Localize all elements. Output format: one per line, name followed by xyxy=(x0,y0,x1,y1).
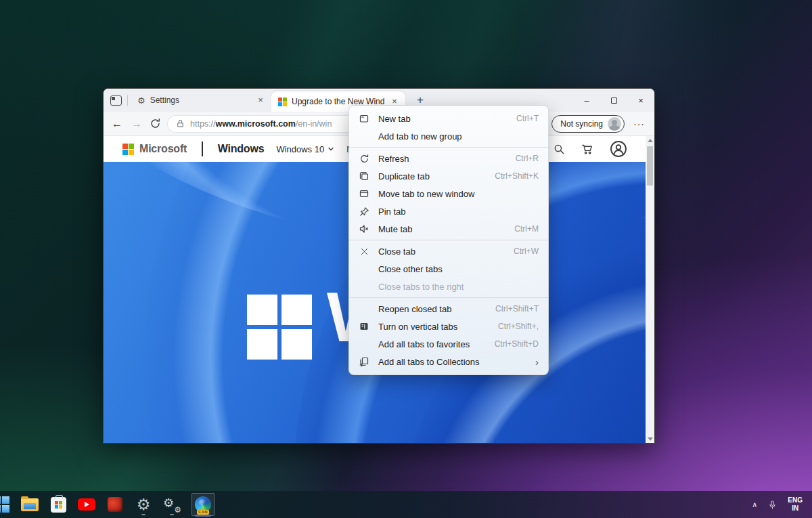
refresh-button[interactable] xyxy=(150,118,161,129)
pin-icon xyxy=(359,206,369,217)
active-app-highlight: CAN xyxy=(191,493,215,516)
microsoft-favicon xyxy=(278,98,287,106)
brand-name: Microsoft xyxy=(139,143,187,155)
taskbar: ⚙ ⚙⚙ CAN ∧ ENG xyxy=(0,491,812,518)
cart-icon[interactable] xyxy=(581,144,593,155)
menu-item-add-tabs-favorites[interactable]: Add all tabs to favoritesCtrl+Shift+D xyxy=(349,335,548,353)
profile-avatar xyxy=(608,117,621,131)
office-button[interactable] xyxy=(106,494,125,515)
header-divider xyxy=(202,142,203,156)
tab-actions-menu-icon[interactable] xyxy=(110,95,122,106)
window-controls: – × xyxy=(573,89,654,112)
back-button[interactable]: ← xyxy=(110,118,124,130)
maximize-button[interactable] xyxy=(600,89,627,112)
system-tray: ∧ ENG IN xyxy=(752,496,812,513)
tab-context-menu: New tabCtrl+T Add tab to new group Refre… xyxy=(348,105,549,375)
microsoft-logo-icon xyxy=(122,144,134,155)
menu-item-add-tab-to-group[interactable]: Add tab to new group xyxy=(349,127,548,145)
menu-separator xyxy=(349,240,548,240)
taskbar-icons: ⚙ ⚙⚙ CAN xyxy=(0,494,215,515)
scroll-down-icon[interactable] xyxy=(648,437,653,441)
forward-button: → xyxy=(130,118,143,130)
tab-settings[interactable]: ⚙ Settings × xyxy=(131,91,271,109)
settings-gear-icon: ⚙ xyxy=(137,497,151,513)
menu-item-close-tabs-right: Close tabs to the right xyxy=(349,278,548,295)
canary-badge: CAN xyxy=(197,510,209,515)
menu-item-add-tabs-collections[interactable]: Add all tabs to Collections › xyxy=(349,353,548,370)
sync-status-button[interactable]: Not syncing xyxy=(551,115,625,133)
settings-gear-icon: ⚙ xyxy=(137,96,145,105)
folder-icon xyxy=(21,498,39,511)
url-text: https://www.microsoft.com/en-in/win xyxy=(190,119,332,129)
new-tab-icon xyxy=(359,113,369,124)
menu-item-move-tab-new-window[interactable]: Move tab to new window xyxy=(349,185,548,202)
nav-windows[interactable]: Windows xyxy=(218,143,265,155)
running-indicator xyxy=(141,514,145,515)
menu-item-vertical-tabs[interactable]: Turn on vertical tabsCtrl+Shift+, xyxy=(349,318,548,335)
menu-item-close-tab[interactable]: Close tabCtrl+W xyxy=(349,242,548,260)
desktop-wallpaper: ⚙ Settings × Upgrade to the New Windows … xyxy=(0,0,812,518)
tab-settings-close-icon[interactable]: × xyxy=(255,95,266,106)
close-window-button[interactable]: × xyxy=(627,89,654,112)
services-button[interactable]: ⚙⚙ xyxy=(162,494,181,515)
settings-button[interactable]: ⚙ xyxy=(134,494,153,515)
double-gear-icon: ⚙⚙ xyxy=(163,496,181,513)
menu-item-pin-tab[interactable]: Pin tab xyxy=(349,202,548,220)
menu-item-duplicate-tab[interactable]: Duplicate tabCtrl+Shift+K xyxy=(349,167,548,185)
store-bag-icon xyxy=(51,497,66,513)
account-icon[interactable] xyxy=(610,140,627,158)
menu-separator xyxy=(349,147,548,148)
microsoft-store-button[interactable] xyxy=(49,494,68,515)
start-button[interactable] xyxy=(0,494,11,515)
settings-more-button[interactable]: ··· xyxy=(631,118,648,129)
windows-logo xyxy=(247,295,312,360)
submenu-arrow-icon: › xyxy=(535,356,539,368)
sync-status-label: Not syncing xyxy=(560,119,603,129)
youtube-icon xyxy=(78,498,95,511)
page-scrollbar[interactable] xyxy=(646,136,654,444)
duplicate-tab-icon xyxy=(359,171,369,181)
active-app-underline xyxy=(195,515,211,517)
office-icon xyxy=(108,497,122,512)
language-indicator[interactable]: ENG IN xyxy=(788,496,803,513)
menu-item-new-tab[interactable]: New tabCtrl+T xyxy=(349,110,548,127)
close-icon xyxy=(359,246,369,257)
lock-icon xyxy=(175,118,185,129)
refresh-icon xyxy=(359,153,369,164)
edge-canary-button[interactable]: CAN xyxy=(191,494,215,515)
minimize-button[interactable]: – xyxy=(573,89,600,112)
nav-windows-10[interactable]: Windows 10 xyxy=(276,144,334,154)
scrollbar-thumb[interactable] xyxy=(647,146,653,186)
show-hidden-icons-button[interactable]: ∧ xyxy=(752,500,757,509)
move-window-icon xyxy=(359,188,369,199)
running-indicator xyxy=(170,514,174,515)
start-icon xyxy=(0,496,9,513)
tab-settings-label: Settings xyxy=(150,95,250,105)
search-icon[interactable] xyxy=(554,144,565,155)
mute-icon xyxy=(359,223,369,234)
tabstrip-divider xyxy=(127,95,128,106)
menu-separator xyxy=(349,297,548,298)
menu-item-refresh[interactable]: RefreshCtrl+R xyxy=(349,150,548,167)
chevron-down-icon xyxy=(328,146,334,152)
youtube-button[interactable] xyxy=(77,494,96,515)
microsoft-brand[interactable]: Microsoft xyxy=(122,143,187,155)
menu-item-close-other-tabs[interactable]: Close other tabs xyxy=(349,260,548,278)
scroll-up-icon[interactable] xyxy=(648,139,653,142)
file-explorer-button[interactable] xyxy=(20,494,39,515)
menu-item-mute-tab[interactable]: Mute tabCtrl+M xyxy=(349,220,548,238)
menu-item-reopen-closed-tab[interactable]: Reopen closed tabCtrl+Shift+T xyxy=(349,300,548,318)
maximize-icon xyxy=(611,98,617,104)
collections-icon xyxy=(359,356,369,367)
vertical-tabs-icon xyxy=(359,321,369,332)
microphone-icon[interactable] xyxy=(768,499,777,511)
